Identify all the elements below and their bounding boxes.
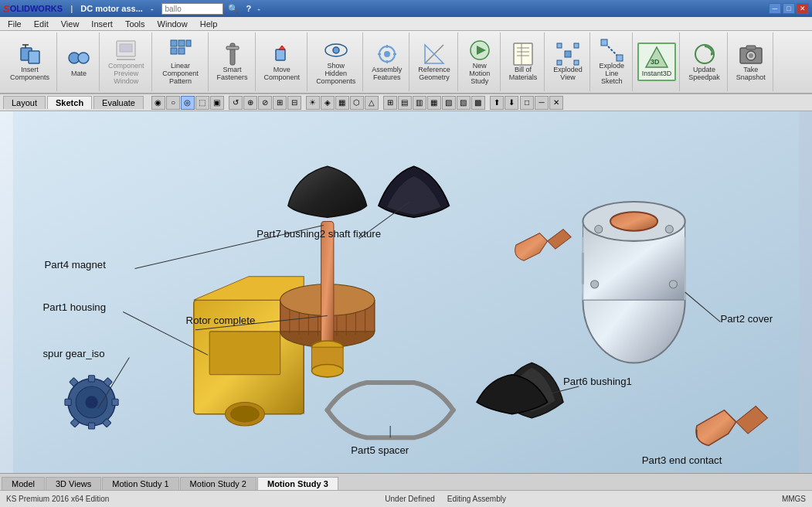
toolbar-icon-10[interactable]: ☀ [306,96,320,110]
instant3d-button[interactable]: 3D Instant3D [637,43,677,81]
show-hidden-icon [324,38,348,63]
svg-rect-15 [226,46,239,49]
toolbar-icon-2[interactable]: ○ [166,96,180,110]
toolbar-icon-8[interactable]: ⊞ [273,96,287,110]
menu-file[interactable]: File [2,18,28,30]
toolbar-group-reference: ReferenceGeometry [411,32,458,91]
title-separator: | [70,4,73,13]
toolbar-icon-close1[interactable]: □ [520,96,534,110]
bill-of-materials-button[interactable]: Bill ofMaterials [505,39,542,84]
component-preview-button[interactable]: ComponentPreviewWindow [104,36,148,88]
svg-text:Rotor complete: Rotor complete [186,315,256,326]
menu-insert[interactable]: Insert [85,18,119,30]
insert-components-button[interactable]: InsertComponents [6,39,53,84]
bill-of-materials-icon [511,42,535,66]
tab-sketch[interactable]: Sketch [47,96,92,109]
update-speedpak-button[interactable]: UpdateSpeedpak [685,39,724,84]
instant3d-icon: 3D [644,46,669,70]
toolbar-icon-wireframe[interactable]: ◎ [181,96,195,110]
sw-edition: KS Premium 2016 x64 Edition [6,495,109,503]
toolbar-icon-16[interactable]: ▤ [398,96,412,110]
move-component-button[interactable]: MoveComponent [260,39,304,84]
tab-3dviews[interactable]: 3D Views [46,477,101,490]
mate-button[interactable]: Mate [62,43,96,80]
show-hidden-button[interactable]: ShowHiddenComponents [312,36,359,88]
assembly-features-label: AssemblyFeatures [372,66,402,82]
toolbar-icon-12[interactable]: ▦ [335,96,349,110]
help-icon: ? [246,4,252,13]
assembly-features-button[interactable]: AssemblyFeatures [368,39,406,84]
svg-text:spur gear_iso: spur gear_iso [42,348,104,359]
toolbar-icon-5[interactable]: ↺ [229,96,243,110]
explode-line-button[interactable]: ExplodeLineSketch [595,36,629,88]
subtoolbar: Layout Sketch Evaluate ◉ ○ ◎ ⬚ ▣ ↺ ⊕ ⊘ ⊞… [0,94,812,111]
toolbar-icon-3[interactable]: ⬚ [195,96,209,110]
linear-component-label: Linear ComponentPattern [161,63,201,86]
new-motion-study-button[interactable]: NewMotionStudy [463,36,497,88]
toolbar-group-fasteners: SmartFasteners [210,32,256,91]
close-button[interactable]: ✕ [797,3,809,14]
search-input[interactable] [161,3,223,15]
toolbar-group-motion: NewMotionStudy [460,32,501,91]
status-under-defined: Under Defined [385,495,434,503]
status-right: MMGS [782,495,806,503]
toolbar-icon-9[interactable]: ⊟ [287,96,301,110]
toolbar-icon-7[interactable]: ⊘ [258,96,272,110]
exploded-view-button[interactable]: ExplodedView [549,39,586,84]
menu-view[interactable]: View [55,18,86,30]
menu-tools[interactable]: Tools [119,18,151,30]
toolbar-icon-19[interactable]: ▧ [442,96,456,110]
smart-fasteners-button[interactable]: SmartFasteners [213,39,252,84]
svg-rect-55 [88,376,94,382]
toolbar-group-explode-line: ExplodeLineSketch [592,32,633,91]
toolbar-icon-17[interactable]: ▥ [413,96,426,110]
tab-model[interactable]: Model [2,477,45,490]
toolbar-icon-18[interactable]: ▦ [427,96,441,110]
tab-motion-study-1[interactable]: Motion Study 1 [102,477,178,490]
tab-motion-study-2[interactable]: Motion Study 2 [180,477,257,490]
svg-rect-7 [120,44,132,52]
take-snapshot-button[interactable]: TakeSnapshot [732,39,770,84]
svg-rect-32 [557,60,562,65]
restore-button[interactable]: □ [783,3,795,14]
reference-geometry-button[interactable]: ReferenceGeometry [414,39,454,84]
reference-geometry-label: ReferenceGeometry [418,66,450,82]
toolbar-icon-13[interactable]: ⬡ [350,96,364,110]
toolbar-icon-22[interactable]: ⬆ [490,96,504,110]
menu-window[interactable]: Window [151,18,194,30]
mate-icon [66,46,91,70]
toolbar-icon-4[interactable]: ▣ [210,96,224,110]
svg-rect-56 [88,423,94,429]
exploded-view-label: ExplodedView [553,66,583,82]
toolbar-icon-21[interactable]: ▩ [471,96,485,110]
tab-motion-study-3[interactable]: Motion Study 3 [257,477,338,490]
toolbar-icon-11[interactable]: ◈ [321,96,335,110]
menu-edit[interactable]: Edit [28,18,55,30]
tab-evaluate[interactable]: Evaluate [93,96,144,109]
toolbar-icon-20[interactable]: ▨ [457,96,471,110]
title-sep3: - [257,4,260,13]
svg-rect-35 [601,39,607,46]
toolbar-icon-1[interactable]: ◉ [151,96,165,110]
viewport[interactable]: Part4 magnet Part1 housing spur gear_iso… [0,111,812,473]
minimize-button[interactable]: ─ [769,3,781,14]
menu-help[interactable]: Help [194,18,224,30]
explode-line-icon [600,38,624,63]
statusbar: KS Premium 2016 x64 Edition Under Define… [0,490,812,507]
toolbar-icon-23[interactable]: ⬇ [505,96,518,110]
toolbar-icon-close2[interactable]: ─ [535,96,549,110]
toolbar-group-snapshot: TakeSnapshot [729,32,773,91]
status-units: MMGS [782,495,806,503]
linear-component-button[interactable]: Linear ComponentPattern [157,36,205,88]
svg-text:Part7 bushing2 shaft fixture: Part7 bushing2 shaft fixture [257,228,381,240]
toolbar-group-exploded: ExplodedView [546,32,590,91]
toolbar-icon-close3[interactable]: ✕ [549,96,563,110]
toolbar-icon-14[interactable]: △ [365,96,379,110]
svg-rect-57 [112,399,118,405]
svg-rect-10 [178,40,185,46]
toolbar-icon-15[interactable]: ⊞ [383,96,397,110]
new-motion-study-label: NewMotionStudy [469,63,490,86]
tab-layout[interactable]: Layout [3,96,46,109]
svg-point-18 [333,47,339,53]
toolbar-icon-6[interactable]: ⊕ [243,96,257,110]
